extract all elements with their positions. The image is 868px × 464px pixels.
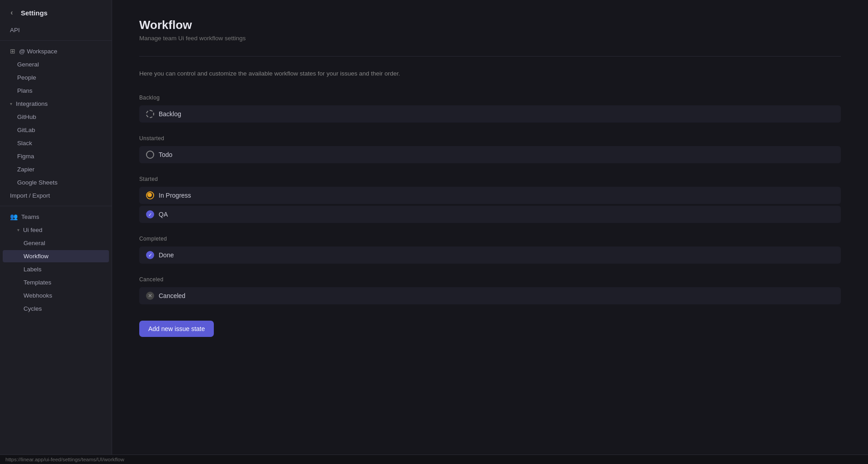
divider-1 [0, 40, 112, 41]
canceled-label: Canceled [159, 292, 185, 299]
done-label: Done [159, 251, 174, 259]
slack-label: Slack [17, 140, 32, 147]
team-labels-label: Labels [24, 266, 42, 273]
sidebar-item-gitlab[interactable]: GitLab [3, 124, 109, 136]
sidebar-item-import-export[interactable]: Import / Export [3, 189, 109, 202]
state-done[interactable]: ✓ Done [139, 246, 841, 264]
team-workflow-label: Workflow [24, 253, 48, 260]
section-backlog: Backlog Backlog [139, 95, 841, 123]
sidebar-item-workspace-general[interactable]: General [3, 58, 109, 71]
team-general-label: General [24, 240, 45, 246]
started-section-title: Started [139, 176, 841, 182]
github-label: GitHub [17, 114, 36, 120]
inprogress-label: In Progress [159, 192, 191, 199]
sidebar-item-github[interactable]: GitHub [3, 111, 109, 123]
team-collapse-icon: ▾ [17, 227, 19, 232]
backlog-icon [146, 110, 154, 118]
backlog-section-title: Backlog [139, 95, 841, 101]
todo-label: Todo [159, 151, 172, 158]
sidebar: ‹ Settings API ⊞ @ Workspace General Peo… [0, 0, 112, 464]
workspace-people-label: People [17, 74, 36, 81]
state-backlog[interactable]: Backlog [139, 105, 841, 123]
sidebar-item-google-sheets[interactable]: Google Sheets [3, 176, 109, 189]
sidebar-item-team-labels[interactable]: Labels [3, 263, 109, 275]
state-qa[interactable]: ✓ QA [139, 206, 841, 223]
back-button[interactable]: ‹ [7, 8, 16, 17]
done-icon: ✓ [146, 251, 154, 259]
unstarted-section-title: Unstarted [139, 135, 841, 142]
sidebar-item-zapier[interactable]: Zapier [3, 163, 109, 175]
canceled-section-title: Canceled [139, 276, 841, 283]
sidebar-item-team-cycles[interactable]: Cycles [3, 303, 109, 315]
page-title: Workflow [139, 18, 841, 32]
sidebar-integrations-header[interactable]: ▾ Integrations [3, 98, 109, 110]
todo-icon [146, 151, 154, 159]
canceled-icon: ✕ [146, 292, 154, 300]
section-completed: Completed ✓ Done [139, 236, 841, 264]
page-description: Here you can control and customize the a… [139, 69, 841, 78]
section-started: Started In Progress ✓ QA [139, 176, 841, 223]
sidebar-header: ‹ Settings [0, 0, 112, 24]
divider-2 [0, 206, 112, 206]
gitlab-label: GitLab [17, 127, 35, 133]
sidebar-item-figma[interactable]: Figma [3, 150, 109, 162]
main-content: Workflow Manage team Ui feed workflow se… [112, 0, 868, 464]
workspace-label: @ Workspace [19, 48, 57, 55]
sidebar-team-ui-feed[interactable]: ▾ Ui feed [3, 224, 109, 236]
sidebar-item-team-general[interactable]: General [3, 237, 109, 249]
state-inprogress[interactable]: In Progress [139, 187, 841, 204]
status-bar: https://linear.app/ui-feed/settings/team… [0, 455, 868, 464]
section-canceled: Canceled ✕ Canceled [139, 276, 841, 304]
state-todo[interactable]: Todo [139, 146, 841, 163]
state-canceled[interactable]: ✕ Canceled [139, 287, 841, 304]
add-state-label: Add new issue state [148, 325, 205, 332]
collapse-icon: ▾ [10, 101, 12, 106]
sidebar-item-team-webhooks[interactable]: Webhooks [3, 289, 109, 302]
sidebar-item-team-workflow[interactable]: Workflow [3, 250, 109, 262]
sidebar-item-team-templates[interactable]: Templates [3, 276, 109, 289]
sidebar-teams-header[interactable]: 👥 Teams [3, 210, 109, 223]
sidebar-item-workspace-people[interactable]: People [3, 71, 109, 84]
team-webhooks-label: Webhooks [24, 292, 52, 299]
team-cycles-label: Cycles [24, 305, 42, 312]
title-separator [139, 56, 841, 57]
integrations-label: Integrations [16, 100, 48, 107]
completed-section-title: Completed [139, 236, 841, 242]
team-templates-label: Templates [24, 279, 52, 286]
sidebar-item-workspace-plans[interactable]: Plans [3, 85, 109, 97]
api-label: API [10, 27, 20, 33]
qa-label: QA [159, 211, 168, 218]
figma-label: Figma [17, 153, 34, 160]
add-state-button[interactable]: Add new issue state [139, 321, 214, 337]
google-sheets-label: Google Sheets [17, 179, 57, 186]
workspace-plans-label: Plans [17, 87, 33, 94]
workspace-icon: ⊞ [10, 47, 15, 55]
page-subtitle: Manage team Ui feed workflow settings [139, 35, 841, 42]
workspace-general-label: General [17, 61, 39, 68]
sidebar-item-api[interactable]: API [3, 24, 109, 36]
backlog-label: Backlog [159, 110, 181, 118]
status-url: https://linear.app/ui-feed/settings/team… [5, 457, 124, 462]
import-export-label: Import / Export [10, 192, 50, 199]
inprogress-icon [146, 191, 154, 199]
sidebar-workspace[interactable]: ⊞ @ Workspace [3, 45, 109, 57]
qa-icon: ✓ [146, 210, 154, 218]
section-unstarted: Unstarted Todo [139, 135, 841, 163]
team-ui-feed-label: Ui feed [23, 227, 42, 233]
settings-title: Settings [21, 9, 47, 17]
zapier-label: Zapier [17, 166, 34, 173]
teams-label: Teams [21, 213, 39, 220]
sidebar-item-slack[interactable]: Slack [3, 137, 109, 149]
teams-icon: 👥 [10, 213, 18, 220]
